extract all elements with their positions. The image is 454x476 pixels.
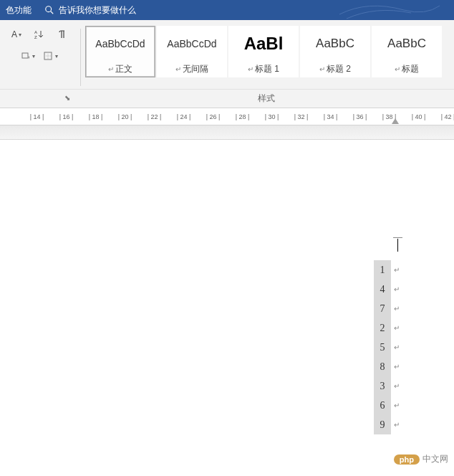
style-preview: AaBl <box>244 27 284 61</box>
sort-icon: AZ <box>34 29 44 39</box>
styles-gallery[interactable]: AaBbCcDd↵正文AaBbCcDd↵无间隔AaBl↵标题 1AaBbC↵标题… <box>82 26 454 89</box>
pilcrow-icon <box>58 29 67 39</box>
line-break-icon: ↵ <box>394 305 400 313</box>
paragraph-mark-icon: ↵ <box>108 65 114 73</box>
line-break-icon: ↵ <box>394 285 400 293</box>
style-preview: AaBbC <box>316 27 354 61</box>
text-cursor <box>397 239 398 252</box>
ruler-tick: | 40 | <box>404 113 433 120</box>
cursor-cap <box>393 237 402 238</box>
ruler-tick: | 14 | <box>22 113 52 120</box>
borders-icon <box>44 52 54 60</box>
ruler-tick: | 26 | <box>198 113 228 120</box>
style-label: ↵正文 <box>108 61 132 77</box>
doc-top-shadow <box>0 125 454 140</box>
paragraph-mark-icon: ↵ <box>175 65 181 73</box>
borders-button[interactable]: ▾ <box>41 47 61 65</box>
paragraph-mark-icon: ↵ <box>319 65 325 73</box>
styles-label-text: 样式 <box>258 92 275 105</box>
font-grow-button[interactable]: A▾ <box>6 26 26 43</box>
paragraph-mark-icon: ↵ <box>395 65 400 73</box>
line-break-icon: ↵ <box>394 324 400 332</box>
ruler-tick: | 30 | <box>257 113 286 120</box>
selected-text-column[interactable]: 1↵4↵7↵2↵5↵8↵3↵6↵9↵ <box>374 260 391 434</box>
tell-me-placeholder: 告诉我你想要做什么 <box>59 4 136 16</box>
style-item-0[interactable]: AaBbCcDd↵正文 <box>85 26 155 77</box>
ruler-tick: | 18 | <box>81 113 110 120</box>
ruler-tick: | 20 | <box>110 113 140 120</box>
ruler-tick: | 32 | <box>286 113 316 120</box>
text-line[interactable]: 2↵ <box>374 318 391 338</box>
paragraph-mark-icon: ↵ <box>248 65 253 73</box>
style-preview: AaBbCcDd <box>95 27 145 61</box>
ruler-tick <box>0 113 22 120</box>
style-item-1[interactable]: AaBbCcDd↵无间隔 <box>157 26 227 77</box>
style-item-2[interactable]: AaBl↵标题 1 <box>228 26 299 77</box>
bucket-icon <box>21 52 31 60</box>
indent-marker[interactable] <box>392 118 399 124</box>
line-break-icon: ↵ <box>394 343 400 351</box>
ruler-tick: | 34 | <box>316 113 345 120</box>
style-preview: AaBbC <box>387 27 426 61</box>
style-preview: AaBbCcDd <box>167 27 216 61</box>
text-line[interactable]: 7↵ <box>374 299 391 318</box>
style-item-3[interactable]: AaBbC↵标题 2 <box>300 26 370 77</box>
svg-text:Z: Z <box>34 35 37 39</box>
line-break-icon: ↵ <box>394 363 400 371</box>
ruler-tick: | 24 | <box>169 113 198 120</box>
ruler-tick: | 36 | <box>345 113 375 120</box>
ruler-tick: | 42 | <box>433 113 454 120</box>
ruler-tick: | 22 | <box>140 113 169 120</box>
group-separator <box>80 29 81 86</box>
svg-line-1 <box>51 11 54 14</box>
line-break-icon: ↵ <box>394 266 400 274</box>
text-line[interactable]: 6↵ <box>374 396 391 415</box>
watermark: php 中文网 <box>394 453 448 465</box>
style-label: ↵标题 2 <box>319 61 351 77</box>
line-break-icon: ↵ <box>394 421 400 429</box>
paragraph-dialog-launcher[interactable]: ⬊ <box>64 94 74 104</box>
style-label: ↵标题 1 <box>248 61 279 77</box>
style-item-4[interactable]: AaBbC↵标题 <box>372 26 442 77</box>
watermark-text: 中文网 <box>422 453 448 465</box>
text-line[interactable]: 3↵ <box>374 376 391 396</box>
styles-group-label: 样式 <box>79 92 454 105</box>
paragraph-tools: A▾ AZ ▾ ▾ <box>0 26 79 89</box>
search-icon <box>44 5 54 15</box>
line-break-icon: ↵ <box>394 382 400 390</box>
show-marks-button[interactable] <box>52 26 72 43</box>
svg-rect-4 <box>22 53 28 58</box>
title-decor <box>339 0 440 20</box>
text-line[interactable]: 1↵ <box>374 260 391 280</box>
text-line[interactable]: 8↵ <box>374 357 391 376</box>
style-label: ↵无间隔 <box>175 61 208 77</box>
horizontal-ruler[interactable]: | 14 || 16 || 18 || 20 || 22 || 24 || 26… <box>0 108 454 125</box>
ruler-tick: | 28 | <box>228 113 257 120</box>
ruler-tick: | 38 | <box>375 113 404 120</box>
title-bar: 色功能 告诉我你想要做什么 <box>0 0 454 20</box>
feature-label: 色功能 <box>6 4 32 16</box>
shading-button[interactable]: ▾ <box>18 47 38 65</box>
ribbon: A▾ AZ ▾ ▾ AaBbCcDd↵正文AaBbCcDd↵无间隔AaBl↵标题… <box>0 20 454 108</box>
svg-point-0 <box>46 6 52 12</box>
sort-button[interactable]: AZ <box>29 26 49 43</box>
watermark-badge: php <box>394 454 420 465</box>
ruler-tick: | 16 | <box>52 113 81 120</box>
style-label: ↵标题 <box>395 61 419 77</box>
text-line[interactable]: 5↵ <box>374 338 391 357</box>
line-break-icon: ↵ <box>394 401 400 409</box>
tell-me-search[interactable]: 告诉我你想要做什么 <box>44 4 136 16</box>
document-area[interactable]: 1↵4↵7↵2↵5↵8↵3↵6↵9↵ php 中文网 <box>0 140 454 470</box>
text-line[interactable]: 9↵ <box>374 415 391 434</box>
text-line[interactable]: 4↵ <box>374 280 391 299</box>
svg-text:A: A <box>34 30 37 34</box>
